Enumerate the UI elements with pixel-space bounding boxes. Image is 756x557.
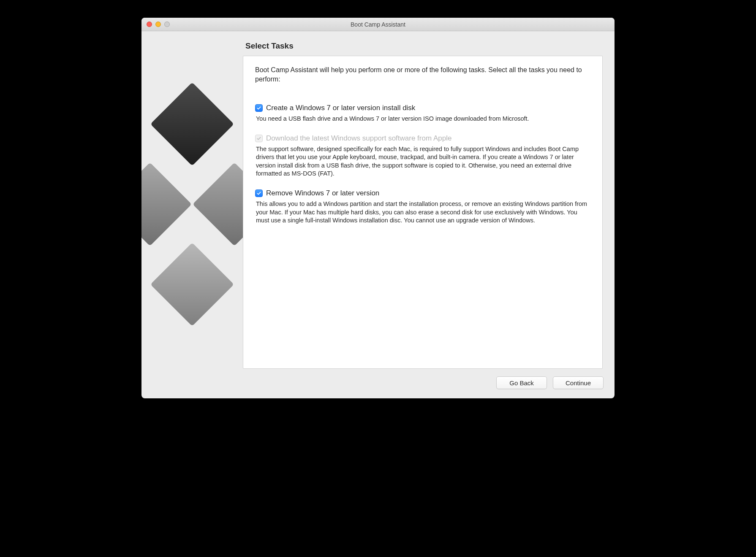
close-icon[interactable] — [147, 22, 152, 27]
button-row: Go Back Continue — [141, 369, 615, 398]
task-label: Remove Windows 7 or later version — [266, 189, 379, 197]
zoom-icon — [164, 22, 170, 27]
intro-text: Boot Camp Assistant will help you perfor… — [255, 65, 590, 84]
minimize-icon[interactable] — [155, 22, 161, 27]
task-label: Create a Windows 7 or later version inst… — [266, 104, 415, 112]
page-title: Select Tasks — [245, 41, 603, 51]
checkbox-download-support-software — [255, 135, 263, 142]
task-description: You need a USB flash drive and a Windows… — [256, 115, 590, 123]
go-back-button[interactable]: Go Back — [496, 376, 547, 389]
task-download-support-software: Download the latest Windows support soft… — [255, 134, 590, 178]
diamond-left-icon — [141, 162, 192, 246]
checkbox-remove-windows[interactable] — [255, 189, 263, 197]
task-create-install-disk: Create a Windows 7 or later version inst… — [255, 104, 590, 123]
assistant-window: Boot Camp Assistant Select Tasks Boot Ca… — [141, 18, 615, 398]
content-box: Boot Camp Assistant will help you perfor… — [243, 56, 603, 369]
task-head: Download the latest Windows support soft… — [255, 134, 590, 143]
task-description: This allows you to add a Windows partiti… — [256, 200, 590, 225]
diamond-bottom-icon — [150, 243, 234, 326]
continue-button[interactable]: Continue — [553, 376, 604, 389]
diamond-right-icon — [193, 162, 243, 246]
sidebar — [141, 31, 243, 369]
checkmark-icon — [256, 105, 261, 111]
checkmark-icon — [256, 191, 261, 196]
task-remove-windows: Remove Windows 7 or later version This a… — [255, 189, 590, 225]
task-description: The support software, designed specifica… — [256, 145, 590, 178]
diamond-top-icon — [150, 82, 234, 166]
checkmark-icon — [256, 136, 261, 141]
task-head: Remove Windows 7 or later version — [255, 189, 590, 197]
task-label: Download the latest Windows support soft… — [266, 134, 451, 143]
task-head: Create a Windows 7 or later version inst… — [255, 104, 590, 112]
window-title: Boot Camp Assistant — [141, 21, 615, 28]
window-body: Select Tasks Boot Camp Assistant will he… — [141, 31, 615, 369]
bootcamp-icon — [141, 82, 243, 335]
titlebar[interactable]: Boot Camp Assistant — [141, 18, 615, 31]
traffic-lights — [147, 22, 170, 27]
checkbox-create-install-disk[interactable] — [255, 104, 263, 112]
main-content: Select Tasks Boot Camp Assistant will he… — [243, 31, 615, 369]
